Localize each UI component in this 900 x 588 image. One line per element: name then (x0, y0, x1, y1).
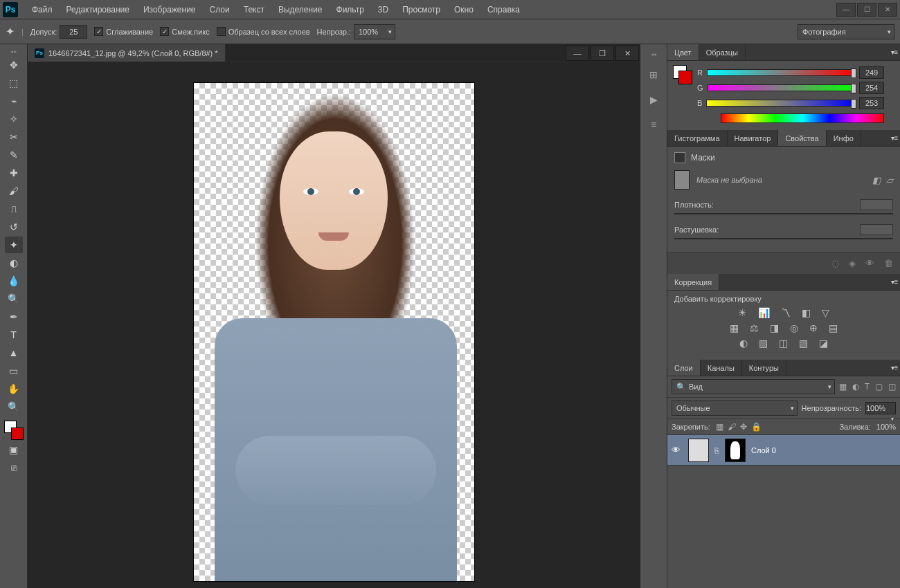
doc-restore-button[interactable]: ❐ (591, 46, 614, 61)
window-minimize-button[interactable]: — (836, 3, 856, 17)
layer-name[interactable]: Слой 0 (751, 446, 776, 454)
brightness-icon[interactable]: ☀ (738, 307, 747, 318)
menu-edit[interactable]: Редактирование (60, 2, 136, 17)
apply-mask-icon[interactable]: ◈ (849, 258, 856, 268)
background-swatch[interactable] (11, 428, 24, 440)
clone-stamp-tool[interactable]: ⎍ (5, 201, 23, 217)
color-swatch[interactable] (4, 421, 24, 440)
magic-eraser-icon[interactable]: ✦ (6, 25, 15, 38)
feather-value[interactable] (860, 224, 893, 235)
window-close-button[interactable]: ✕ (878, 3, 897, 17)
hue-icon[interactable]: ▦ (730, 322, 739, 333)
pen-tool[interactable]: ✒ (5, 309, 23, 325)
balance-icon[interactable]: ⚖ (750, 322, 759, 333)
spectrum-bar[interactable] (721, 113, 884, 123)
quickmask-toggle[interactable]: ▣ (5, 441, 23, 458)
marquee-tool[interactable]: ⬚ (5, 75, 23, 91)
lock-transparent-icon[interactable]: ▦ (716, 422, 723, 432)
magic-wand-tool[interactable]: ✧ (5, 111, 23, 127)
doc-minimize-button[interactable]: — (566, 46, 589, 61)
menu-window[interactable]: Окно (447, 2, 480, 17)
feather-slider[interactable] (674, 238, 893, 239)
tab-navigator[interactable]: Навигатор (728, 130, 779, 146)
g-value[interactable]: 254 (859, 82, 884, 94)
paragraph-icon[interactable]: ≡ (646, 117, 661, 132)
menu-select[interactable]: Выделение (271, 2, 330, 17)
tab-swatches[interactable]: Образцы (699, 44, 746, 60)
layer-kind-filter[interactable]: 🔍 Вид (672, 379, 835, 394)
curves-icon[interactable]: 〽 (781, 307, 791, 318)
panel-background-swatch[interactable] (678, 71, 692, 84)
shape-tool[interactable]: ▭ (5, 362, 23, 379)
menu-view[interactable]: Просмотр (395, 2, 447, 17)
tab-histogram[interactable]: Гистограмма (667, 130, 728, 146)
tab-adjustments[interactable]: Коррекция (667, 274, 719, 290)
r-value[interactable]: 249 (859, 66, 884, 79)
b-value[interactable]: 253 (859, 97, 884, 109)
window-maximize-button[interactable]: ☐ (857, 3, 876, 17)
menu-type[interactable]: Текст (237, 2, 271, 17)
density-value[interactable] (860, 199, 893, 210)
canvas[interactable] (194, 83, 474, 581)
type-tool[interactable]: T (5, 327, 23, 343)
path-selection-tool[interactable]: ▲ (5, 344, 23, 361)
invert-icon[interactable]: ◐ (739, 338, 748, 349)
tab-layers[interactable]: Слои (667, 360, 701, 376)
tab-paths[interactable]: Контуры (742, 360, 786, 376)
lasso-tool[interactable]: ⌁ (5, 93, 23, 109)
exposure-icon[interactable]: ◧ (802, 307, 811, 318)
vibrance-icon[interactable]: ▽ (822, 307, 829, 318)
layers-panel-menu[interactable]: ▾≡ (889, 360, 900, 376)
gradient-map-icon[interactable]: ▧ (799, 338, 808, 349)
delete-mask-icon[interactable]: 🗑 (884, 258, 893, 268)
eraser-tool[interactable]: ✦ (5, 237, 23, 253)
tab-channels[interactable]: Каналы (701, 360, 742, 376)
dodge-tool[interactable]: 🔍 (5, 291, 23, 307)
gradient-tool[interactable]: ◐ (5, 255, 23, 271)
pixel-mask-button[interactable]: ◧ (872, 175, 881, 185)
contiguous-checkbox[interactable]: ✓ (160, 27, 169, 36)
adjust-panel-menu[interactable]: ▾≡ (889, 274, 900, 290)
healing-brush-tool[interactable]: ✚ (5, 165, 23, 181)
zoom-tool[interactable]: 🔍 (5, 398, 23, 415)
toolbar-handle[interactable]: ◂▸ (10, 48, 17, 55)
blend-mode-dropdown[interactable]: Обычные (672, 401, 798, 416)
eyedropper-tool[interactable]: ✎ (5, 147, 23, 163)
canvas-viewport[interactable] (28, 62, 640, 588)
lock-all-icon[interactable]: 🔒 (751, 422, 762, 432)
lookup-icon[interactable]: ▤ (829, 322, 838, 333)
layer-link-icon[interactable]: ⎘ (714, 446, 719, 454)
tab-color[interactable]: Цвет (667, 44, 699, 60)
layer-mask-thumbnail[interactable] (725, 439, 746, 462)
filter-type-icon[interactable]: T (865, 382, 870, 392)
levels-icon[interactable]: 📊 (758, 307, 770, 318)
menu-filter[interactable]: Фильтр (330, 2, 371, 17)
filter-pixel-icon[interactable]: ▦ (839, 382, 847, 392)
threshold-icon[interactable]: ◫ (779, 338, 788, 349)
bw-icon[interactable]: ◨ (770, 322, 779, 333)
b-slider[interactable] (706, 100, 855, 107)
lock-pixels-icon[interactable]: 🖌 (728, 422, 736, 432)
filter-shape-icon[interactable]: ▢ (875, 382, 883, 392)
layer-visibility-toggle[interactable]: 👁 (672, 445, 683, 455)
tolerance-input[interactable] (60, 25, 87, 39)
opacity-dropdown[interactable]: 100% (354, 24, 395, 39)
layer-opacity-value[interactable]: 100% (865, 402, 896, 414)
filter-adjust-icon[interactable]: ◐ (852, 382, 859, 392)
tab-info[interactable]: Инфо (827, 130, 861, 146)
play-icon[interactable]: ▶ (646, 92, 661, 107)
doc-close-button[interactable]: ✕ (615, 46, 639, 61)
tab-properties[interactable]: Свойства (778, 130, 826, 146)
selective-color-icon[interactable]: ◪ (819, 338, 828, 349)
brush-tool[interactable]: 🖌 (5, 183, 23, 199)
history-brush-tool[interactable]: ↺ (5, 219, 23, 235)
menu-layers[interactable]: Слои (203, 2, 237, 17)
move-tool[interactable]: ✥ (5, 57, 23, 73)
minibridge-icon[interactable]: ⊞ (646, 67, 661, 82)
color-panel-menu[interactable]: ▾≡ (889, 44, 900, 60)
r-slider[interactable] (707, 69, 855, 76)
hand-tool[interactable]: ✋ (5, 380, 23, 397)
layer-row[interactable]: 👁 ⎘ Слой 0 (667, 435, 900, 466)
antialias-checkbox[interactable]: ✓ (94, 27, 103, 36)
channel-mixer-icon[interactable]: ⊕ (809, 322, 818, 333)
